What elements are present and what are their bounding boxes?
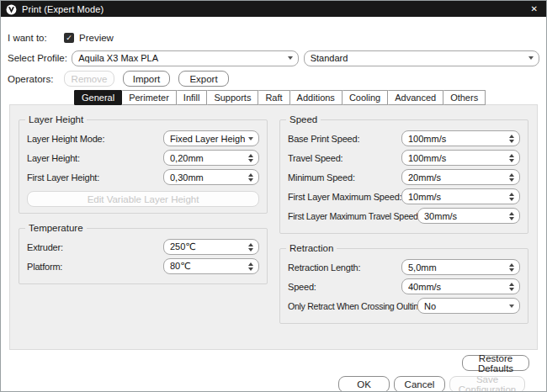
minimum-speed-spinbox[interactable]: 20mm/s: [401, 169, 520, 185]
spin-down-icon[interactable]: [509, 159, 514, 162]
tab-others[interactable]: Others: [443, 90, 486, 105]
retraction-length-row: Retraction Length: 5,0mm: [288, 259, 520, 275]
import-button[interactable]: Import: [123, 71, 170, 87]
spin-down-icon[interactable]: [509, 217, 514, 220]
profile-value: Aquila X3 Max PLA: [78, 53, 284, 63]
layer-height-spinbox[interactable]: 0,20mm: [163, 150, 259, 166]
base-print-speed-spinbox[interactable]: 100mm/s: [401, 130, 520, 146]
title-bar: Print (Expert Mode) ✕: [1, 1, 546, 17]
spin-up-icon[interactable]: [509, 193, 514, 196]
group-title: Layer Height: [25, 114, 87, 124]
travel-speed-spinbox[interactable]: 100mm/s: [401, 150, 520, 166]
save-configuration-button[interactable]: Save Configuration: [449, 376, 525, 392]
group-title: Speed: [286, 114, 321, 124]
dialog-body: I want to: ✓ Preview Select Profile: Aqu…: [1, 17, 546, 392]
first-layer-max-travel-speed-row: First Layer Maximum Travel Speed: 30mm/s: [288, 208, 520, 224]
spin-up-icon[interactable]: [509, 154, 514, 157]
tab-supports[interactable]: Supports: [207, 90, 258, 105]
quality-value: Standard: [311, 53, 525, 63]
chevron-down-icon: [509, 305, 514, 308]
remove-button[interactable]: Remove: [64, 71, 114, 87]
chevron-down-icon: [528, 56, 534, 60]
left-column: Layer Height Layer Height Mode: Fixed La…: [19, 119, 268, 349]
want-row: I want to: ✓ Preview: [8, 30, 539, 45]
only-retract-crossing-outline-combobox[interactable]: No: [417, 298, 520, 314]
spin-down-icon[interactable]: [509, 268, 514, 272]
only-retract-crossing-outline-row: Only Retract When Crossing Oultine: No: [288, 298, 520, 314]
spin-up-icon[interactable]: [248, 173, 253, 177]
first-layer-height-spinbox[interactable]: 0,30mm: [163, 169, 259, 185]
layer-height-mode-row: Layer Height Mode: Fixed Layer Height: [27, 130, 259, 146]
restore-row: Restore Defaults: [8, 355, 529, 371]
select-profile-label: Select Profile:: [8, 53, 72, 63]
spin-down-icon[interactable]: [509, 288, 514, 291]
extruder-row: Extruder: 250℃: [27, 239, 259, 255]
retraction-group: Retraction Retraction Length: 5,0mm Spee…: [279, 248, 528, 324]
tab-cooling[interactable]: Cooling: [343, 90, 388, 105]
restore-defaults-button[interactable]: Restore Defaults: [462, 355, 529, 371]
chevron-down-icon: [248, 137, 253, 140]
spin-down-icon[interactable]: [248, 159, 253, 162]
tab-advanced[interactable]: Advanced: [388, 90, 443, 105]
group-title: Retraction: [286, 243, 337, 253]
spin-up-icon[interactable]: [248, 262, 253, 266]
voxelab-logo-icon: [6, 3, 17, 14]
tab-additions[interactable]: Additions: [290, 90, 343, 105]
want-label: I want to:: [8, 33, 64, 43]
first-layer-height-row: First Layer Height: 0,30mm: [27, 169, 259, 185]
spin-down-icon[interactable]: [248, 248, 253, 252]
retraction-length-spinbox[interactable]: 5,0mm: [401, 259, 520, 275]
operators-row: Operators: Remove Import Export: [8, 71, 539, 87]
layer-height-mode-combobox[interactable]: Fixed Layer Height: [163, 130, 259, 146]
ok-button[interactable]: OK: [338, 376, 390, 392]
spin-down-icon[interactable]: [509, 178, 514, 182]
spin-down-icon[interactable]: [509, 140, 514, 143]
dialog-buttons-row: OK Cancel Save Configuration: [8, 376, 525, 392]
spin-up-icon[interactable]: [509, 173, 514, 177]
retraction-speed-spinbox[interactable]: 40mm/s: [401, 278, 520, 294]
temperature-group: Temperature Extruder: 250℃ Platform: 80℃: [19, 228, 268, 284]
first-layer-max-travel-speed-spinbox[interactable]: 30mm/s: [417, 208, 520, 224]
spin-up-icon[interactable]: [509, 135, 514, 138]
spin-up-icon[interactable]: [509, 212, 514, 215]
first-layer-max-speed-row: First Layer Maximum Speed: 10mm/s: [288, 188, 520, 204]
tab-infill[interactable]: Infill: [177, 90, 208, 105]
tab-perimeter[interactable]: Perimeter: [122, 90, 177, 105]
preview-label[interactable]: Preview: [79, 33, 135, 43]
spin-down-icon[interactable]: [248, 178, 253, 182]
base-print-speed-row: Base Print Speed: 100mm/s: [288, 130, 520, 146]
spin-up-icon[interactable]: [509, 283, 514, 286]
extruder-temp-spinbox[interactable]: 250℃: [163, 239, 259, 255]
close-icon[interactable]: ✕: [529, 4, 539, 13]
chevron-down-icon: [288, 56, 293, 60]
right-column: Speed Base Print Speed: 100mm/s Travel S…: [279, 119, 528, 349]
settings-tab-bar: General Perimeter Infill Supports Raft A…: [8, 90, 539, 105]
print-expert-dialog: Print (Expert Mode) ✕ I want to: ✓ Previ…: [0, 0, 547, 392]
layer-height-group: Layer Height Layer Height Mode: Fixed La…: [19, 119, 268, 214]
operators-label: Operators:: [8, 74, 64, 84]
export-button[interactable]: Export: [178, 71, 229, 87]
spin-up-icon[interactable]: [509, 263, 514, 267]
platform-row: Platform: 80℃: [27, 258, 259, 274]
layer-height-row: Layer Height: 0,20mm: [27, 150, 259, 166]
window-title: Print (Expert Mode): [22, 4, 529, 14]
profile-combobox[interactable]: Aquila X3 Max PLA: [72, 50, 298, 66]
spin-up-icon[interactable]: [248, 243, 253, 246]
cancel-button[interactable]: Cancel: [394, 376, 445, 392]
tab-general[interactable]: General: [74, 90, 122, 105]
first-layer-max-speed-spinbox[interactable]: 10mm/s: [401, 188, 520, 204]
minimum-speed-row: Minimum Speed: 20mm/s: [288, 169, 520, 185]
tab-raft[interactable]: Raft: [258, 90, 289, 105]
preview-checkbox[interactable]: ✓: [64, 33, 74, 43]
profile-row: Select Profile: Aquila X3 Max PLA Standa…: [8, 50, 539, 66]
group-title: Temperature: [25, 223, 87, 233]
edit-variable-layer-height-button[interactable]: Edit Variable Layer Height: [27, 191, 259, 207]
travel-speed-row: Travel Speed: 100mm/s: [288, 150, 520, 166]
general-tab-panel: Layer Height Layer Height Mode: Fixed La…: [9, 104, 538, 350]
platform-temp-spinbox[interactable]: 80℃: [163, 258, 259, 274]
spin-down-icon[interactable]: [509, 198, 514, 201]
spin-down-icon[interactable]: [248, 268, 253, 271]
speed-group: Speed Base Print Speed: 100mm/s Travel S…: [279, 119, 528, 234]
spin-up-icon[interactable]: [248, 154, 253, 157]
quality-combobox[interactable]: Standard: [304, 50, 539, 66]
